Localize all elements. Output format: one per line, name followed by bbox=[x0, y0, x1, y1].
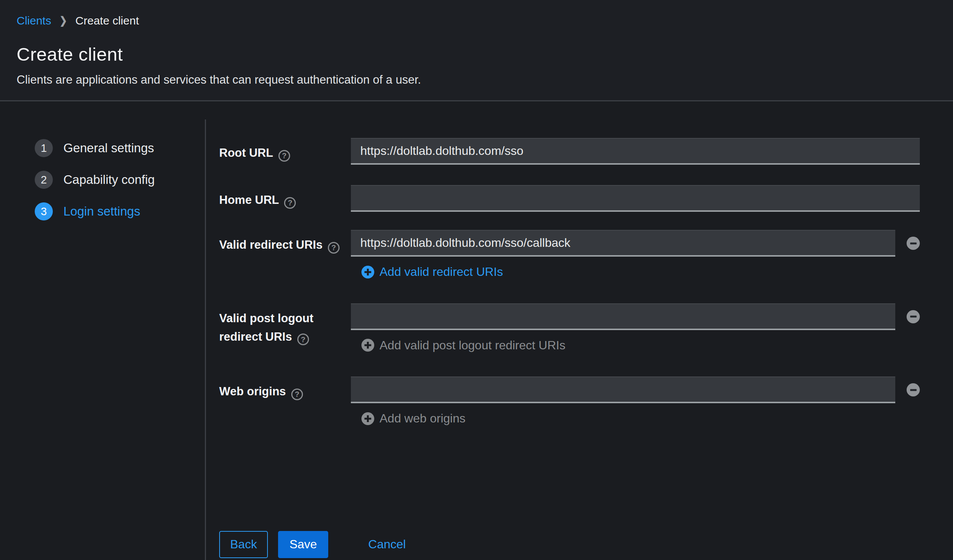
redirect-uri-row bbox=[351, 230, 920, 257]
form-row-home-url: Home URL? bbox=[219, 185, 920, 212]
wizard-content: 1 General settings 2 Capability config 3… bbox=[0, 101, 953, 560]
valid-redirect-uris-label: Valid redirect URIs? bbox=[219, 230, 351, 254]
step-number-badge: 2 bbox=[35, 171, 53, 189]
create-client-page: Clients ❯ Create client Create client Cl… bbox=[0, 0, 953, 560]
home-url-label: Home URL? bbox=[219, 185, 351, 209]
add-post-logout-redirect-uri-button[interactable]: Add valid post logout redirect URIs bbox=[362, 339, 565, 352]
minus-circle-icon[interactable] bbox=[906, 237, 920, 250]
step-label: Login settings bbox=[64, 204, 140, 218]
page-header: Clients ❯ Create client Create client Cl… bbox=[0, 0, 953, 101]
save-button[interactable]: Save bbox=[278, 531, 328, 558]
page-title: Create client bbox=[17, 44, 936, 65]
post-logout-redirect-uris-label: Valid post logout redirect URIs? bbox=[219, 303, 351, 346]
root-url-label: Root URL? bbox=[219, 138, 351, 162]
web-origin-row bbox=[351, 376, 920, 403]
chevron-right-icon: ❯ bbox=[60, 15, 67, 26]
add-web-origins-button[interactable]: Add web origins bbox=[362, 411, 466, 425]
step-label: Capability config bbox=[64, 173, 155, 187]
plus-circle-icon bbox=[362, 266, 374, 278]
breadcrumb-link-clients[interactable]: Clients bbox=[17, 14, 51, 27]
post-logout-redirect-uri-input[interactable] bbox=[351, 303, 895, 330]
page-subtitle: Clients are applications and services th… bbox=[17, 73, 936, 87]
breadcrumb-current: Create client bbox=[76, 14, 139, 27]
minus-circle-icon[interactable] bbox=[906, 310, 920, 323]
plus-circle-icon bbox=[362, 412, 374, 425]
wizard-step-login-settings[interactable]: 3 Login settings bbox=[35, 203, 205, 220]
web-origins-label: Web origins? bbox=[219, 376, 351, 401]
breadcrumb: Clients ❯ Create client bbox=[17, 14, 936, 27]
add-valid-redirect-uri-button[interactable]: Add valid redirect URIs bbox=[362, 265, 503, 279]
cancel-button[interactable]: Cancel bbox=[368, 531, 406, 558]
wizard-nav: 1 General settings 2 Capability config 3… bbox=[0, 101, 205, 560]
step-number-badge: 3 bbox=[35, 203, 53, 220]
home-url-input[interactable] bbox=[351, 185, 920, 212]
minus-circle-icon[interactable] bbox=[906, 383, 920, 396]
back-button[interactable]: Back bbox=[219, 531, 268, 558]
web-origins-input[interactable] bbox=[351, 376, 895, 403]
root-url-input[interactable] bbox=[351, 138, 920, 165]
question-circle-icon[interactable]: ? bbox=[297, 334, 309, 345]
form-row-web-origins: Web origins? Add web origins bbox=[219, 376, 920, 427]
login-settings-form: Root URL? Home URL? Valid redirect URIs? bbox=[206, 101, 953, 560]
post-logout-uri-row bbox=[351, 303, 920, 330]
question-circle-icon[interactable]: ? bbox=[284, 197, 296, 209]
form-row-valid-redirect-uris: Valid redirect URIs? Add valid redirect … bbox=[219, 230, 920, 280]
valid-redirect-uri-input[interactable] bbox=[351, 230, 895, 257]
wizard-footer: Back Save Cancel bbox=[219, 531, 920, 558]
question-circle-icon[interactable]: ? bbox=[278, 150, 290, 162]
question-circle-icon[interactable]: ? bbox=[291, 388, 303, 400]
wizard-step-general-settings[interactable]: 1 General settings bbox=[35, 139, 205, 157]
step-label: General settings bbox=[64, 141, 154, 155]
plus-circle-icon bbox=[362, 339, 374, 351]
form-row-root-url: Root URL? bbox=[219, 138, 920, 165]
question-circle-icon[interactable]: ? bbox=[328, 242, 340, 254]
step-number-badge: 1 bbox=[35, 139, 53, 157]
wizard-step-capability-config[interactable]: 2 Capability config bbox=[35, 171, 205, 189]
form-row-post-logout-redirect-uris: Valid post logout redirect URIs? Add val… bbox=[219, 303, 920, 353]
